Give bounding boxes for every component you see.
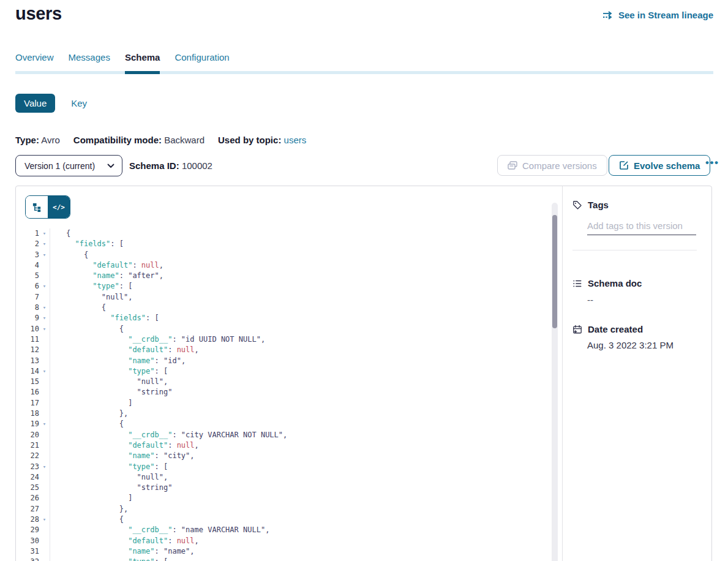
topic-link[interactable]: users xyxy=(284,135,307,145)
code-line: 25 "string" xyxy=(16,483,550,493)
fold-spacer xyxy=(39,292,50,303)
tag-icon xyxy=(572,200,582,210)
tab-configuration[interactable]: Configuration xyxy=(174,52,229,74)
code-text: { xyxy=(50,419,124,429)
code-text: "name": "after", xyxy=(50,271,163,281)
line-number: 26 xyxy=(16,493,39,503)
more-options-button[interactable]: ••• xyxy=(702,156,722,170)
chevron-down-icon xyxy=(107,164,114,168)
fold-toggle-icon[interactable]: ▾ xyxy=(39,250,50,260)
code-text: }, xyxy=(50,409,128,419)
schema-id-field: Schema ID: 100002 xyxy=(129,160,212,171)
code-text: "fields": [ xyxy=(50,313,159,323)
lineage-link-label: See in Stream lineage xyxy=(618,10,713,20)
code-line: 12 "default": null, xyxy=(16,345,550,355)
tab-overview[interactable]: Overview xyxy=(15,52,54,74)
fold-toggle-icon[interactable]: ▾ xyxy=(39,239,50,249)
code-line: 20 "__crdb__": "city VARCHAR NOT NULL", xyxy=(16,430,550,440)
line-number: 13 xyxy=(16,356,39,366)
tab-messages[interactable]: Messages xyxy=(69,52,110,74)
fold-spacer xyxy=(39,377,50,387)
fold-toggle-icon[interactable]: ▾ xyxy=(39,228,50,239)
code-line: 31 "name": "name", xyxy=(16,546,550,557)
code-text: "string" xyxy=(50,483,172,493)
schema-id-value: 100002 xyxy=(182,160,212,171)
code-scrollbar-track[interactable] xyxy=(552,203,558,561)
line-number: 31 xyxy=(16,546,39,557)
line-number: 10 xyxy=(16,324,39,334)
fold-spacer xyxy=(39,430,50,440)
code-line: 32▾ "type": [ xyxy=(16,557,550,561)
evolve-schema-button[interactable]: Evolve schema xyxy=(609,155,710,176)
used-by-topic-label: Used by topic: xyxy=(218,135,281,145)
line-number: 19 xyxy=(16,419,39,429)
code-text: }, xyxy=(50,504,128,514)
code-scrollbar-thumb[interactable] xyxy=(552,215,557,328)
code-text: { xyxy=(50,303,106,313)
schema-doc-heading-label: Schema doc xyxy=(588,278,642,288)
line-number: 25 xyxy=(16,483,39,493)
fold-toggle-icon[interactable]: ▾ xyxy=(39,281,50,292)
line-number: 20 xyxy=(16,430,39,440)
date-created-heading: Date created xyxy=(572,324,697,334)
code-line: 2▾ "fields": [ xyxy=(16,239,550,249)
key-toggle-button[interactable]: Key xyxy=(71,98,87,108)
code-view-button[interactable]: </> xyxy=(48,196,70,218)
code-text: "default": null, xyxy=(50,345,199,355)
code-line: 1▾{ xyxy=(16,228,550,239)
fold-spacer xyxy=(39,525,50,535)
date-created-value: Aug. 3 2022 3:21 PM xyxy=(587,340,697,350)
line-number: 2 xyxy=(16,239,39,249)
fold-toggle-icon[interactable]: ▾ xyxy=(39,366,50,377)
fold-toggle-icon[interactable]: ▾ xyxy=(39,324,50,334)
code-line: 30 "default": null, xyxy=(16,536,550,546)
schema-doc-value: -- xyxy=(587,295,697,305)
line-number: 7 xyxy=(16,292,39,303)
see-in-stream-lineage-link[interactable]: See in Stream lineage xyxy=(602,10,713,20)
schema-doc-heading: Schema doc xyxy=(572,278,697,288)
fold-toggle-icon[interactable]: ▾ xyxy=(39,419,50,429)
code-line: 15 "null", xyxy=(16,377,550,387)
used-by-topic-field: Used by topic: users xyxy=(218,135,306,145)
code-brackets-icon: </> xyxy=(53,203,65,211)
line-number: 18 xyxy=(16,409,39,419)
code-line: 18 }, xyxy=(16,409,550,419)
fold-spacer xyxy=(39,356,50,366)
code-line: 29 "__crdb__": "name VARCHAR NULL", xyxy=(16,525,550,535)
code-text: "type": [ xyxy=(50,366,168,377)
fold-spacer xyxy=(39,504,50,514)
code-line: 16 "string" xyxy=(16,387,550,397)
tree-view-button[interactable] xyxy=(26,196,48,218)
add-tags-input[interactable] xyxy=(587,219,696,235)
code-line: 10▾ { xyxy=(16,324,550,334)
line-number: 32 xyxy=(16,557,39,561)
fold-toggle-icon[interactable]: ▾ xyxy=(39,303,50,313)
fold-toggle-icon[interactable]: ▾ xyxy=(39,557,50,561)
schema-controls-row: Version 1 (current) Schema ID: 100002 Co… xyxy=(15,155,713,177)
code-line: 9▾ "fields": [ xyxy=(16,313,550,323)
code-text: "null", xyxy=(50,292,132,303)
code-line: 21 "default": null, xyxy=(16,440,550,451)
tab-underline-track xyxy=(15,71,713,74)
compare-versions-button[interactable]: Compare versions xyxy=(497,155,607,176)
line-number: 16 xyxy=(16,387,39,397)
line-number: 27 xyxy=(16,504,39,514)
version-select[interactable]: Version 1 (current) xyxy=(15,155,122,176)
code-line: 17 ] xyxy=(16,398,550,409)
value-toggle-button[interactable]: Value xyxy=(15,94,55,113)
stream-lineage-icon xyxy=(602,11,614,20)
date-created-heading-label: Date created xyxy=(588,324,643,334)
line-number: 28 xyxy=(16,514,39,525)
fold-toggle-icon[interactable]: ▾ xyxy=(39,514,50,525)
fold-toggle-icon[interactable]: ▾ xyxy=(39,313,50,323)
tab-schema[interactable]: Schema xyxy=(125,52,160,74)
fold-spacer xyxy=(39,451,50,461)
code-line: 3▾ { xyxy=(16,250,550,260)
line-number: 22 xyxy=(16,451,39,461)
code-line: 11 "__crdb__": "id UUID NOT NULL", xyxy=(16,334,550,345)
code-text: "name": "id", xyxy=(50,356,186,366)
fold-toggle-icon[interactable]: ▾ xyxy=(39,462,50,472)
calendar-plus-icon xyxy=(572,325,582,334)
code-line: 24 "null", xyxy=(16,472,550,483)
code-text: "default": null, xyxy=(50,440,199,451)
